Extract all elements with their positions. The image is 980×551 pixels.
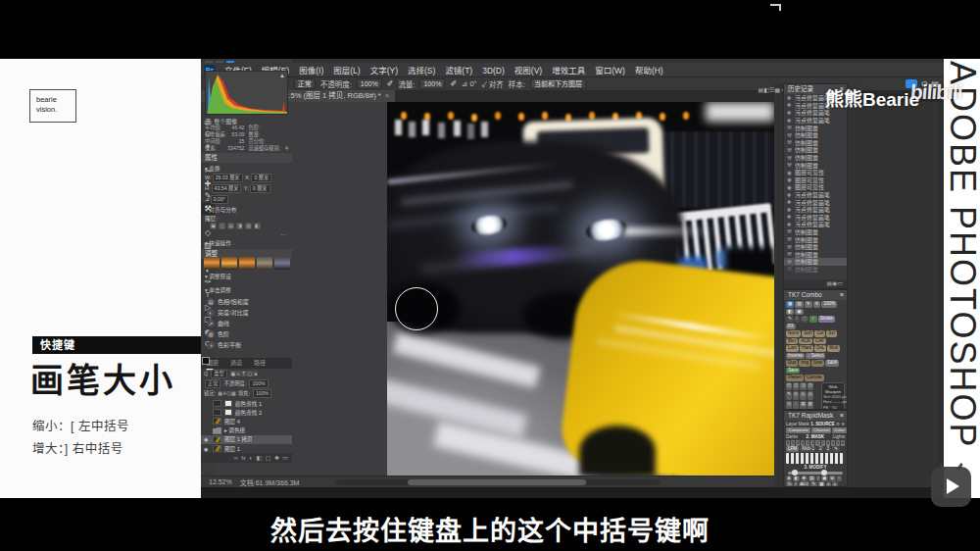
filter-icon[interactable]: ●	[253, 371, 258, 376]
tk7-button[interactable]: OvL	[814, 345, 826, 352]
tk7-button[interactable]: Norm	[786, 330, 801, 337]
click-adjust-label[interactable]: ▾ 单击调整	[201, 286, 292, 294]
aligned-checkbox[interactable]: ✓ 对齐	[482, 78, 504, 89]
tk7-grid-button[interactable]: ◵	[800, 391, 806, 400]
modify-button[interactable]: −	[837, 476, 843, 481]
tk7-button[interactable]: ▣	[795, 309, 803, 316]
tk7-button[interactable]: Size	[811, 360, 824, 367]
y-field[interactable]: 0 厘米	[250, 184, 270, 193]
mask-number-button[interactable]: 6	[841, 440, 845, 446]
menu-item[interactable]: 增效工具	[547, 66, 590, 75]
airbrush-icon[interactable]: ✐	[450, 79, 457, 88]
tk7-button[interactable]: Img	[799, 360, 810, 367]
menu-item[interactable]: 滤镜(T)	[440, 66, 477, 75]
midtone-button[interactable]: 2	[817, 446, 824, 453]
slider-knob[interactable]	[792, 470, 798, 476]
menu-item[interactable]: 图层(L)	[328, 66, 365, 75]
layer-row[interactable]: ◉ 图层 1 拷贝	[201, 435, 292, 444]
tk7-button[interactable]: 100%	[821, 301, 837, 308]
angle-value[interactable]: ⊿ 0°	[462, 79, 477, 88]
layer-mask-thumbnail[interactable]	[224, 409, 232, 416]
tk7-grid-button[interactable]: ◌	[793, 401, 799, 410]
angle-field[interactable]: 0.00°	[211, 195, 228, 204]
preset-thumbnail[interactable]	[257, 257, 272, 270]
layer-row[interactable]: ◉ 颜色查找 2	[201, 408, 292, 417]
layers-footer-icon[interactable]: ✚	[274, 453, 279, 463]
midtone-button[interactable]: LFM	[786, 446, 799, 453]
tk7-button[interactable]: Inverse	[786, 353, 805, 360]
mask-number-button[interactable]: 2	[806, 440, 809, 446]
mask-number-button[interactable]: 1	[810, 440, 814, 446]
layer-row[interactable]: ◉ ▸ 调色组	[201, 426, 292, 435]
mask-number-button[interactable]: 4	[796, 440, 800, 446]
close-icon[interactable]: ✕	[841, 421, 845, 427]
tk7-grid-button[interactable]: ◷	[786, 401, 792, 410]
quick-actions-label[interactable]: ▾ 快速操作	[201, 239, 292, 247]
web-sharpen-line[interactable]: Horz —— px	[823, 399, 843, 405]
midtone-button[interactable]: ✎	[832, 446, 840, 453]
refresh-icon[interactable]: ⟳	[836, 421, 840, 427]
adjustment-item[interactable]: ↗曲线	[201, 318, 292, 328]
tk7-button[interactable]: ↓ Select	[806, 353, 825, 360]
mask-number-button[interactable]: 3	[826, 440, 830, 446]
tk7-button[interactable]: ACR	[799, 338, 812, 345]
blend-mode-select[interactable]: 正常	[205, 379, 220, 388]
layer-thumbnail[interactable]	[213, 436, 221, 443]
tk7-button[interactable]: ▩	[786, 301, 794, 308]
w-field[interactable]: 29.03 厘米	[213, 174, 243, 182]
layer-row[interactable]: ◉ 图层 1	[201, 444, 292, 453]
visibility-eye-icon[interactable]: ◉	[204, 436, 210, 442]
tk7-grid-button[interactable]: ▤	[800, 401, 806, 410]
layer-thumbnail[interactable]	[213, 400, 221, 407]
tk7-grid-button[interactable]: ◶	[808, 391, 813, 400]
tk7-button[interactable]: Lum	[786, 345, 799, 352]
menu-item[interactable]: 窗口(W)	[590, 66, 630, 75]
histogram-warning-icon[interactable]: ▲	[279, 73, 285, 78]
tk7-button[interactable]: Scr	[826, 330, 837, 337]
preset-thumbnail[interactable]	[204, 257, 220, 270]
transform-section-label[interactable]: ▾ 变换	[201, 165, 292, 173]
close-tab-icon[interactable]: ×	[385, 91, 389, 100]
history-step[interactable]: ⚒仿制图章	[784, 266, 847, 274]
menu-item[interactable]: 图像(I)	[294, 66, 328, 75]
brush-cursor[interactable]	[395, 287, 438, 330]
more-options[interactable]: ···	[201, 231, 292, 237]
layers-footer-icon[interactable]: ▢	[266, 453, 271, 463]
tk7-grid-button[interactable]: ▥	[808, 401, 813, 410]
mask-number-button[interactable]: 5	[836, 440, 840, 446]
presets-label[interactable]: ▾ 调整预设	[201, 273, 292, 280]
layer-thumbnail[interactable]	[213, 427, 221, 434]
mask-number-button[interactable]: 3	[801, 440, 805, 446]
menu-item[interactable]: 视图(V)	[510, 66, 547, 75]
tk7-button[interactable]: ✎	[786, 316, 794, 323]
adjustment-item[interactable]: ◐亮度/对比度	[201, 307, 292, 318]
tk7-button[interactable]: S&M	[825, 360, 839, 367]
tk7-button[interactable]: ✓	[809, 316, 817, 323]
align-icon[interactable]: ◧	[254, 223, 261, 229]
h-field[interactable]: 43.54 厘米	[212, 184, 242, 193]
tk7-button[interactable]: ∕	[795, 316, 800, 323]
tk7-button[interactable]: Blur	[786, 338, 798, 345]
filter-search-icon[interactable]: Q	[204, 371, 208, 376]
panel-menu-icon[interactable]: ≡	[840, 290, 844, 300]
layers-footer-icon[interactable]: ∞	[233, 453, 237, 463]
sample-dropdown[interactable]: 当前和下方图层	[530, 78, 586, 89]
play-button[interactable]	[931, 467, 971, 507]
tk7-button[interactable]: CAF	[813, 338, 826, 345]
mask-number-button[interactable]: 1	[815, 440, 819, 446]
canvas-area[interactable]	[215, 102, 774, 476]
adjustment-item[interactable]: ▤色相/饱和度	[201, 296, 292, 307]
layers-footer-icon[interactable]: fx	[241, 453, 246, 463]
horizontal-scrollbar[interactable]	[336, 479, 660, 485]
tk7-button[interactable]: Soft	[802, 330, 813, 337]
x-field[interactable]: 0 厘米	[251, 174, 271, 182]
preset-thumbnail[interactable]	[221, 257, 237, 270]
layer-mask-thumbnail[interactable]	[224, 400, 232, 407]
menu-item[interactable]: 选择(S)	[403, 66, 440, 75]
tk7-grid-button[interactable]: ◳	[808, 382, 813, 391]
panel-tab[interactable]: 路径	[248, 358, 271, 369]
menu-item[interactable]: 3D(D)	[477, 66, 510, 75]
photo-document[interactable]	[387, 102, 774, 476]
align-icon[interactable]: ▤	[227, 223, 234, 229]
flow-dropdown[interactable]: 100%	[419, 78, 445, 89]
